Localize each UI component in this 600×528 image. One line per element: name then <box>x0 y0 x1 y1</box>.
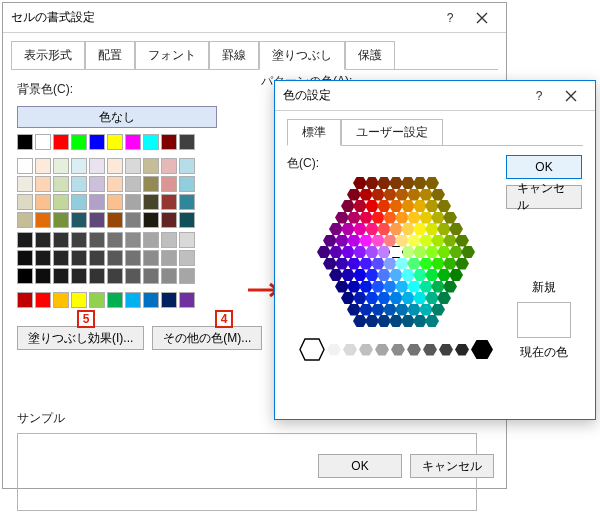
hex-cell[interactable] <box>407 189 421 201</box>
color-swatch[interactable] <box>143 232 159 248</box>
hex-cell[interactable] <box>419 304 433 316</box>
gray-cell[interactable] <box>343 344 357 356</box>
color-swatch[interactable] <box>71 250 87 266</box>
cancel-button[interactable]: キャンセル <box>506 185 582 209</box>
hex-cell[interactable] <box>317 246 331 258</box>
hex-cell[interactable] <box>383 212 397 224</box>
hex-cell[interactable] <box>347 212 361 224</box>
tab-0[interactable]: 標準 <box>287 119 341 146</box>
hex-cell[interactable] <box>329 269 343 281</box>
color-swatch[interactable] <box>161 232 177 248</box>
color-swatch[interactable] <box>179 292 195 308</box>
hex-cell[interactable] <box>329 246 343 258</box>
color-swatch[interactable] <box>143 268 159 284</box>
color-swatch[interactable] <box>125 292 141 308</box>
hex-cell[interactable] <box>341 246 355 258</box>
color-swatch[interactable] <box>107 176 123 192</box>
hex-cell[interactable] <box>395 281 409 293</box>
tab-1[interactable]: 配置 <box>85 41 135 70</box>
hex-cell[interactable] <box>335 235 349 247</box>
hex-cell[interactable] <box>455 235 469 247</box>
color-swatch[interactable] <box>53 292 69 308</box>
hex-cell[interactable] <box>371 281 385 293</box>
color-swatch[interactable] <box>35 232 51 248</box>
close-button[interactable] <box>466 6 498 30</box>
color-swatch[interactable] <box>125 134 141 150</box>
gray-cell[interactable] <box>359 344 373 356</box>
hex-cell[interactable] <box>437 269 451 281</box>
hex-cell[interactable] <box>431 189 445 201</box>
color-swatch[interactable] <box>161 268 177 284</box>
hex-cell[interactable] <box>353 315 367 327</box>
hex-cell[interactable] <box>347 235 361 247</box>
color-swatch[interactable] <box>125 158 141 174</box>
color-swatch[interactable] <box>53 176 69 192</box>
hex-cell[interactable] <box>449 223 463 235</box>
color-swatch[interactable] <box>143 194 159 210</box>
hex-cell[interactable] <box>401 292 415 304</box>
hex-cell[interactable] <box>419 212 433 224</box>
color-swatch[interactable] <box>89 194 105 210</box>
hex-cell[interactable] <box>425 200 439 212</box>
hex-cell[interactable] <box>389 315 403 327</box>
tab-1[interactable]: ユーザー設定 <box>341 119 443 146</box>
hex-cell[interactable] <box>347 189 361 201</box>
color-swatch[interactable] <box>53 212 69 228</box>
hex-cell[interactable] <box>377 223 391 235</box>
hex-cell[interactable] <box>437 223 451 235</box>
tab-3[interactable]: 罫線 <box>209 41 259 70</box>
hex-cell[interactable] <box>371 258 385 270</box>
hex-cell[interactable] <box>395 304 409 316</box>
color-swatch[interactable] <box>89 158 105 174</box>
hex-cell[interactable] <box>401 177 415 189</box>
hex-cell[interactable] <box>449 269 463 281</box>
hex-cell[interactable] <box>413 223 427 235</box>
hex-cell[interactable] <box>371 189 385 201</box>
hex-cell[interactable] <box>401 315 415 327</box>
hex-cell[interactable] <box>359 281 373 293</box>
hex-cell[interactable] <box>323 258 337 270</box>
color-swatch[interactable] <box>179 268 195 284</box>
hex-cell[interactable] <box>401 200 415 212</box>
hex-cell[interactable] <box>407 212 421 224</box>
color-swatch[interactable] <box>161 194 177 210</box>
color-swatch[interactable] <box>107 194 123 210</box>
hex-cell[interactable] <box>395 258 409 270</box>
color-swatch[interactable] <box>143 212 159 228</box>
ok-button[interactable]: OK <box>506 155 582 179</box>
hex-cell[interactable] <box>353 177 367 189</box>
color-swatch[interactable] <box>17 292 33 308</box>
color-swatch[interactable] <box>143 158 159 174</box>
hex-cell[interactable] <box>365 269 379 281</box>
hex-cell[interactable] <box>431 281 445 293</box>
gray-cell[interactable] <box>455 344 469 356</box>
color-swatch[interactable] <box>125 232 141 248</box>
hex-cell[interactable] <box>443 235 457 247</box>
grayscale-row[interactable] <box>299 338 493 361</box>
hex-cell[interactable] <box>443 212 457 224</box>
color-swatch[interactable] <box>107 250 123 266</box>
cancel-button[interactable]: キャンセル <box>410 454 494 478</box>
hex-cell[interactable] <box>347 281 361 293</box>
hex-cell[interactable] <box>365 200 379 212</box>
hex-cell[interactable] <box>365 223 379 235</box>
color-swatch[interactable] <box>17 134 33 150</box>
hex-cell[interactable] <box>365 315 379 327</box>
hex-cell[interactable] <box>347 304 361 316</box>
no-color-button[interactable]: 色なし <box>17 106 217 128</box>
hex-cell[interactable] <box>413 246 427 258</box>
color-swatch[interactable] <box>71 176 87 192</box>
color-swatch[interactable] <box>125 250 141 266</box>
hex-cell[interactable] <box>365 177 379 189</box>
hex-cell[interactable] <box>329 223 343 235</box>
black-hex-icon[interactable] <box>471 340 493 359</box>
color-swatch[interactable] <box>179 232 195 248</box>
hex-color-picker[interactable] <box>306 174 486 330</box>
color-swatch[interactable] <box>17 212 33 228</box>
hex-cell[interactable] <box>371 235 385 247</box>
hex-cell[interactable] <box>437 292 451 304</box>
gray-cell[interactable] <box>407 344 421 356</box>
color-swatch[interactable] <box>89 232 105 248</box>
color-swatch[interactable] <box>71 268 87 284</box>
color-swatch[interactable] <box>35 212 51 228</box>
